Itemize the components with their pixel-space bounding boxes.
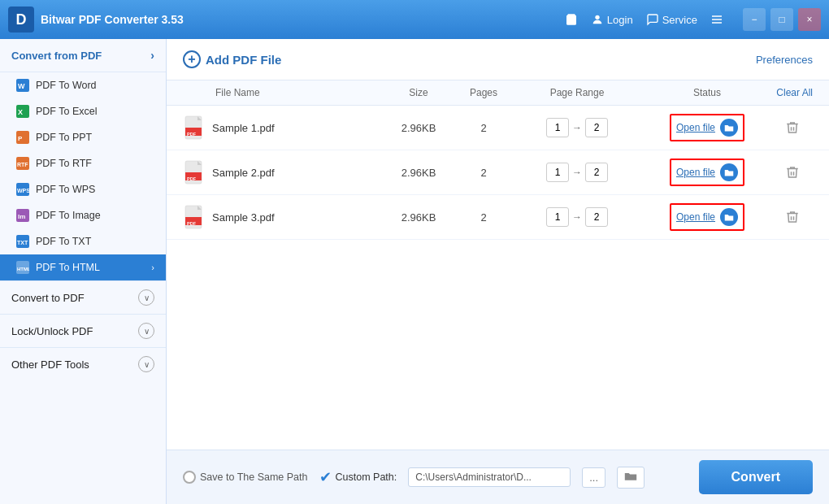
titlebar-actions: Login Service − □ × bbox=[565, 8, 821, 31]
svg-text:Im: Im bbox=[18, 213, 25, 220]
minimize-button[interactable]: − bbox=[743, 8, 766, 31]
open-file-link-3[interactable]: Open file bbox=[676, 211, 715, 223]
svg-text:X: X bbox=[18, 108, 23, 116]
status-wrapper-2: Open file bbox=[670, 159, 744, 186]
login-button[interactable]: Login bbox=[591, 13, 633, 26]
trash-icon-2 bbox=[785, 165, 800, 180]
convert-to-pdf-section[interactable]: Convert to PDF ∨ bbox=[0, 280, 166, 314]
status-cell-1: Open file bbox=[642, 114, 772, 141]
size-1: 2.96KB bbox=[382, 122, 455, 134]
sidebar-item-pdf-to-image[interactable]: Im PDF To Image bbox=[0, 202, 166, 228]
menu-button[interactable] bbox=[710, 13, 723, 26]
svg-text:TXT: TXT bbox=[17, 240, 28, 245]
filename-1: Sample 1.pdf bbox=[212, 122, 275, 134]
app-body: Convert from PDF › W PDF To Word X PDF T… bbox=[0, 39, 829, 504]
table-row: PDF Sample 1.pdf 2.96KB 2 1 → 2 Open fil… bbox=[167, 106, 829, 150]
content-header: + Add PDF File Preferences bbox=[167, 39, 829, 80]
path-input[interactable] bbox=[408, 467, 571, 487]
page-range-2: 1 → 2 bbox=[512, 163, 642, 182]
sidebar-item-pdf-to-wps[interactable]: WPS PDF To WPS bbox=[0, 176, 166, 202]
service-label: Service bbox=[662, 14, 697, 26]
maximize-button[interactable]: □ bbox=[770, 8, 793, 31]
image-icon: Im bbox=[16, 209, 29, 222]
preferences-link[interactable]: Preferences bbox=[756, 54, 813, 66]
page-from-3[interactable]: 1 bbox=[546, 207, 569, 227]
cart-button[interactable] bbox=[565, 13, 578, 26]
folder-open-button-1[interactable] bbox=[720, 119, 738, 137]
menu-icon bbox=[710, 13, 723, 26]
arrow-right-icon-2: → bbox=[572, 167, 582, 178]
custom-path-text: Custom Path: bbox=[336, 471, 397, 483]
page-to-2[interactable]: 2 bbox=[585, 163, 608, 182]
open-file-link-1[interactable]: Open file bbox=[676, 122, 715, 133]
arrow-right-icon-3: → bbox=[572, 211, 582, 223]
svg-point-1 bbox=[595, 15, 599, 20]
chevron-down-icon: ∨ bbox=[138, 289, 154, 306]
convert-button[interactable]: Convert bbox=[699, 460, 813, 494]
sidebar-item-pdf-to-html[interactable]: HTML PDF To HTML › bbox=[0, 254, 166, 280]
sidebar-item-pdf-to-ppt[interactable]: P PDF To PPT bbox=[0, 124, 166, 150]
txt-icon: TXT bbox=[16, 235, 29, 248]
chevron-right-icon: › bbox=[150, 49, 154, 62]
browse-folder-button[interactable] bbox=[617, 467, 645, 489]
excel-icon: X bbox=[16, 105, 29, 118]
pdf-icon-1: PDF bbox=[183, 115, 204, 140]
col-status: Status bbox=[642, 87, 772, 98]
other-pdf-tools-section[interactable]: Other PDF Tools ∨ bbox=[0, 347, 166, 380]
pages-1: 2 bbox=[455, 122, 512, 134]
clear-all-button[interactable]: Clear All bbox=[776, 87, 813, 98]
same-path-option[interactable]: Save to The Same Path bbox=[183, 471, 308, 484]
sidebar: Convert from PDF › W PDF To Word X PDF T… bbox=[0, 39, 167, 504]
add-pdf-button[interactable]: + Add PDF File bbox=[183, 50, 281, 68]
radio-same-path[interactable] bbox=[183, 471, 196, 484]
file-name-cell-2: PDF Sample 2.pdf bbox=[183, 160, 382, 185]
page-from-1[interactable]: 1 bbox=[546, 118, 569, 137]
table-row: PDF Sample 2.pdf 2.96KB 2 1 → 2 Open fil… bbox=[167, 150, 829, 195]
col-size: Size bbox=[382, 87, 455, 98]
arrow-right-icon: › bbox=[151, 263, 154, 272]
sidebar-item-pdf-to-rtf[interactable]: RTF PDF To RTF bbox=[0, 150, 166, 176]
chat-icon bbox=[646, 13, 659, 26]
delete-button-2[interactable] bbox=[772, 165, 813, 180]
user-icon bbox=[591, 13, 604, 26]
col-pages: Pages bbox=[455, 87, 512, 98]
svg-text:W: W bbox=[18, 82, 25, 90]
browse-dots-button[interactable]: ... bbox=[582, 467, 605, 488]
table-row: PDF Sample 3.pdf 2.96KB 2 1 → 2 Open fil… bbox=[167, 195, 829, 240]
convert-from-pdf-header[interactable]: Convert from PDF › bbox=[0, 39, 166, 72]
wps-icon: WPS bbox=[16, 183, 29, 196]
content-area: + Add PDF File Preferences File Name Siz… bbox=[167, 39, 829, 504]
sidebar-item-pdf-to-word[interactable]: W PDF To Word bbox=[0, 72, 166, 98]
folder-open-button-3[interactable] bbox=[720, 208, 738, 226]
status-cell-3: Open file bbox=[642, 203, 772, 231]
svg-text:WPS: WPS bbox=[17, 188, 29, 193]
table-header: File Name Size Pages Page Range Status C… bbox=[167, 80, 829, 106]
page-to-3[interactable]: 2 bbox=[585, 207, 608, 227]
lock-unlock-pdf-section[interactable]: Lock/Unlock PDF ∨ bbox=[0, 314, 166, 347]
open-file-link-2[interactable]: Open file bbox=[676, 167, 715, 178]
filename-3: Sample 3.pdf bbox=[212, 211, 275, 224]
svg-text:HTML: HTML bbox=[17, 267, 29, 272]
sidebar-label-rtf: PDF To RTF bbox=[36, 158, 92, 169]
delete-button-3[interactable] bbox=[772, 210, 813, 224]
sidebar-label-ppt: PDF To PPT bbox=[36, 132, 92, 143]
page-from-2[interactable]: 1 bbox=[546, 163, 569, 182]
custom-path-option: ✔ Custom Path: bbox=[319, 468, 397, 486]
close-button[interactable]: × bbox=[798, 8, 821, 31]
check-circle-icon: ✔ bbox=[319, 468, 332, 486]
sidebar-item-pdf-to-excel[interactable]: X PDF To Excel bbox=[0, 98, 166, 124]
filename-2: Sample 2.pdf bbox=[212, 167, 275, 179]
sidebar-label-excel: PDF To Excel bbox=[36, 106, 98, 117]
col-page-range: Page Range bbox=[512, 87, 642, 98]
chevron-down-icon-2: ∨ bbox=[138, 323, 154, 339]
service-button[interactable]: Service bbox=[646, 13, 697, 26]
pages-2: 2 bbox=[455, 167, 512, 179]
folder-open-button-2[interactable] bbox=[720, 163, 738, 181]
delete-button-1[interactable] bbox=[772, 120, 813, 135]
svg-text:RTF: RTF bbox=[17, 162, 28, 167]
page-to-1[interactable]: 2 bbox=[585, 118, 608, 137]
status-cell-2: Open file bbox=[642, 159, 772, 186]
login-label: Login bbox=[607, 14, 633, 26]
rtf-icon: RTF bbox=[16, 157, 29, 170]
sidebar-item-pdf-to-txt[interactable]: TXT PDF To TXT bbox=[0, 228, 166, 254]
